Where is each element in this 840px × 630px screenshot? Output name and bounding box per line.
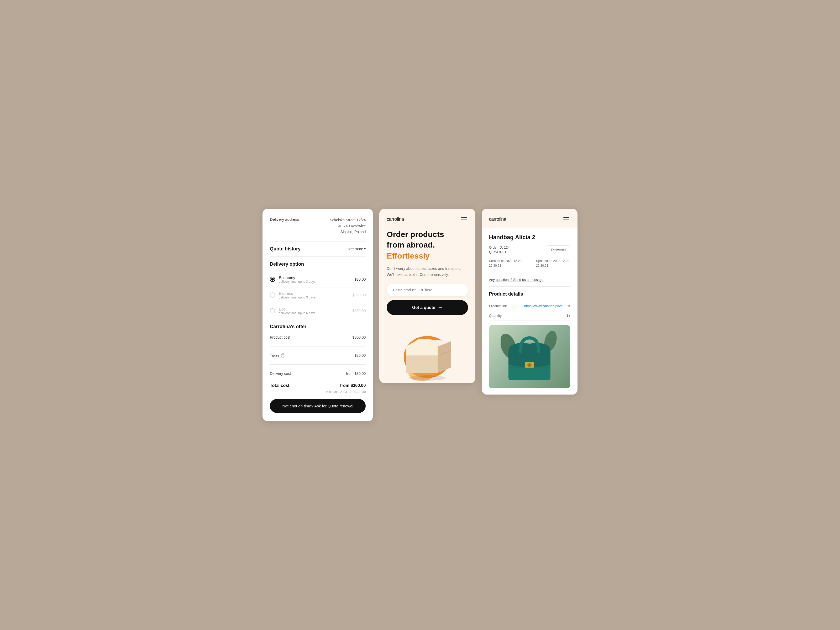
updated-date: Updated on 2022-12-20, 22:30:21: [536, 259, 570, 268]
delivery-option-section: Delivery option Economy delivery time: u…: [270, 261, 366, 319]
divider-2: [270, 256, 366, 257]
address-line2: 40-749 Katowice: [330, 223, 366, 229]
order-id-link[interactable]: Order ID: 124: [489, 245, 510, 249]
delivery-card: Delivery address Sokolska Street 12/24 4…: [262, 209, 373, 421]
see-more-button[interactable]: see more ▾: [348, 247, 366, 251]
headline-block: Order products from abroad. Effortlessly: [387, 230, 468, 261]
quote-history-header: Quote history see more ▾: [270, 246, 366, 252]
delivery-address-label: Delivery address: [270, 217, 299, 221]
option-express-name: Express: [279, 291, 349, 295]
divider-product-1: [489, 273, 570, 273]
option-economy-name: Economy: [279, 275, 351, 280]
created-time: 22:30:21: [489, 263, 523, 268]
offer-row-delivery: Delivery cost from $30.00: [270, 369, 366, 378]
option-eco-time: delivery time: up to 6 days: [279, 311, 349, 315]
quantity-value: 1x: [567, 314, 570, 317]
order-meta: Order ID: 124 Quote ID: 15 Delivered: [489, 245, 570, 255]
get-quote-button[interactable]: Get a quote →: [387, 300, 468, 315]
delivery-cost-label: Delivery cost: [270, 371, 291, 376]
product-link-row: Product link https://www.zalando.pl/va..…: [489, 301, 570, 311]
taxes-help-icon[interactable]: ?: [281, 353, 285, 357]
illustration-area: [379, 315, 475, 383]
radio-express[interactable]: [270, 292, 275, 298]
total-cost-row: Total cost from $360.00: [270, 380, 366, 389]
quantity-row: Quantity 1x: [489, 311, 570, 321]
offer-row-taxes: Taxes ? $30.00: [270, 351, 366, 360]
offer-section: Carrofina's offer Product cost $300.00 T…: [270, 324, 366, 394]
product-details-title: Product details: [489, 291, 570, 297]
bag-scene: [489, 325, 570, 388]
offer-row-product: Product cost $300.00: [270, 333, 366, 341]
option-eco-price: $350.00: [352, 309, 366, 313]
updated-label: Updated on 2022-12-20,: [536, 259, 570, 263]
home-card: carrofina Order products from abroad. Ef…: [379, 209, 475, 383]
option-eco[interactable]: Eco delivery time: up to 6 days $350.00: [270, 303, 366, 319]
meta-dates: Created on 2022-12-20, 22:30:21 Updated …: [489, 259, 570, 268]
option-economy-price: $30.00: [355, 277, 366, 281]
created-label: Created on 2022-12-20,: [489, 259, 523, 263]
svg-point-0: [409, 375, 446, 381]
divider-1: [270, 241, 366, 242]
quantity-label: Quantity: [489, 314, 502, 317]
hamburger-menu-icon[interactable]: [460, 216, 468, 222]
package-box-illustration: [401, 325, 453, 381]
radio-economy[interactable]: [270, 277, 275, 282]
copy-icon[interactable]: ⧉: [567, 304, 570, 308]
product-link-label: Product link: [489, 304, 507, 308]
svg-point-16: [528, 364, 531, 366]
product-card: carrofina Handbag Alicia 2 Order ID: 124…: [482, 209, 578, 395]
svg-marker-1: [438, 341, 451, 373]
divider-offer-2: [270, 364, 366, 365]
renewal-button[interactable]: Not enough time? Ask for Quote renewal: [270, 399, 366, 413]
product-cost-value: $300.00: [352, 335, 366, 339]
tagline: Don't worry about duties, taxes and tran…: [387, 266, 468, 278]
quote-history-title: Quote history: [270, 246, 300, 252]
taxes-label: Taxes ?: [270, 353, 285, 357]
headline-accent: Effortlessly: [387, 251, 468, 261]
product-hamburger-icon[interactable]: [562, 216, 570, 222]
address-line1: Sokolska Street 12/24: [330, 217, 366, 223]
delivery-address-values: Sokolska Street 12/24 40-749 Katowice Śl…: [330, 217, 366, 235]
taxes-value: $30.00: [355, 353, 366, 357]
headline-line1: Order products: [387, 230, 468, 239]
hamburger-line-1: [461, 217, 467, 218]
option-express-price: $300.00: [352, 293, 366, 297]
address-line3: Śląskie, Poland: [330, 229, 366, 235]
delivery-option-title: Delivery option: [270, 261, 366, 267]
home-header: carrofina: [379, 209, 475, 222]
order-id: Order ID: 124: [489, 245, 510, 249]
product-hamburger-line-3: [563, 221, 569, 221]
hamburger-line-2: [461, 219, 467, 219]
option-express[interactable]: Express delivery time: up to 3 days $300…: [270, 287, 366, 303]
product-details-section: Product details Product link https://www…: [489, 291, 570, 321]
radio-inner-economy: [271, 278, 274, 281]
product-cost-label: Product cost: [270, 335, 291, 339]
updated-time: 22:30:21: [536, 263, 570, 268]
product-title: Handbag Alicia 2: [489, 234, 570, 241]
created-date: Created on 2022-12-20, 22:30:21: [489, 259, 523, 268]
radio-eco[interactable]: [270, 308, 275, 313]
total-cost-label: Total cost: [270, 383, 289, 388]
option-express-time: delivery time: up to 3 days: [279, 295, 349, 299]
delivery-cost-value: from $30.00: [346, 371, 366, 376]
quote-id: Quote ID: 15: [489, 250, 510, 254]
url-input[interactable]: [387, 284, 468, 296]
brand-logo: carrofina: [387, 216, 404, 222]
valid-until: valid until 2023-12-20, 22:30: [270, 390, 366, 394]
offer-title: Carrofina's offer: [270, 324, 366, 330]
headline-line2: from abroad.: [387, 240, 468, 249]
delivery-address-section: Delivery address Sokolska Street 12/24 4…: [270, 217, 366, 235]
hamburger-line-3: [461, 221, 467, 221]
product-image: [489, 325, 570, 388]
option-express-info: Express delivery time: up to 3 days: [279, 291, 349, 299]
arrow-right-icon: →: [438, 305, 442, 310]
product-link-value[interactable]: https://www.zalando.pl/va...: [524, 304, 565, 308]
option-eco-info: Eco delivery time: up to 6 days: [279, 307, 349, 315]
contact-link[interactable]: Any questions? Send us a message.: [489, 278, 570, 282]
see-more-label: see more: [348, 247, 363, 251]
product-content: Handbag Alicia 2 Order ID: 124 Quote ID:…: [482, 227, 578, 395]
product-header: carrofina: [482, 209, 578, 227]
chevron-down-icon: ▾: [364, 247, 366, 251]
option-economy[interactable]: Economy delivery time: up to 3 days $30.…: [270, 272, 366, 287]
delivered-badge-button[interactable]: Delivered: [547, 245, 570, 254]
